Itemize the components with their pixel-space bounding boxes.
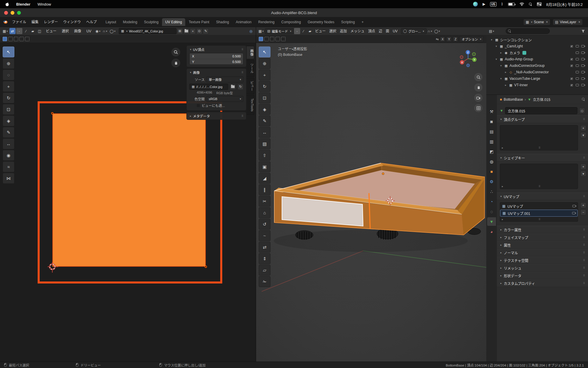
zoom-icon[interactable] xyxy=(474,73,482,81)
proportional-edit-dropdown[interactable]: ◯▾ xyxy=(109,28,116,34)
select-mode-extend-icon[interactable] xyxy=(8,37,13,41)
uv-canvas[interactable]: ↖ ⊕ ◌ + ↻ ⊡ ◈ ✎ ↔ ◉ xyxy=(0,43,256,362)
uv-select-edge-button[interactable]: ∕ xyxy=(23,28,29,34)
workspace-tab[interactable]: Shading xyxy=(213,18,232,26)
uv-tool-button[interactable]: ◈ xyxy=(3,115,14,126)
viewlayer-selector[interactable]: ▤ ViewLayer × xyxy=(553,19,583,25)
uv-vertex-dot[interactable] xyxy=(205,266,207,268)
drag-dots-icon[interactable]: ⠿ xyxy=(583,274,585,277)
remove-viewlayer-icon[interactable]: × xyxy=(578,20,580,24)
drag-dots-icon[interactable]: ⠿ xyxy=(583,236,585,239)
uv-vertex-dot[interactable] xyxy=(51,112,54,115)
gizmo-z-axis[interactable]: Z xyxy=(466,50,470,54)
shape-key-specials-button[interactable]: ▾ xyxy=(580,171,586,177)
resize-grip-icon[interactable]: ⠿ xyxy=(539,218,541,221)
viewport-tool-button[interactable]: ✎ xyxy=(259,115,270,126)
uv-y-field[interactable]: Y 0.500 xyxy=(190,59,243,64)
uv-map-row[interactable]: ▦ UVマップ xyxy=(500,203,578,210)
resize-grip-icon[interactable]: ⠿ xyxy=(539,146,541,149)
viewport-tool-button[interactable]: ▣ xyxy=(259,161,270,172)
editor-type-button[interactable]: ▤▾ xyxy=(488,28,495,34)
uv-menu-item[interactable]: 選択 xyxy=(59,27,71,36)
viewport-menu-item[interactable]: メッシュ xyxy=(349,27,366,36)
viewport-tool-button[interactable]: ↖ xyxy=(259,47,270,57)
drag-dots-icon[interactable]: ⠿ xyxy=(241,48,243,51)
topbar-menu-item[interactable]: ヘルプ xyxy=(83,18,99,26)
uv-menu-item[interactable]: 画像 xyxy=(71,27,84,36)
row-label[interactable]: AudioConnectorGroup xyxy=(510,64,544,68)
disclosure-arrow-icon[interactable]: ▾ xyxy=(499,77,503,80)
properties-tab[interactable]: ■ xyxy=(487,167,496,176)
select-mode-invert-icon[interactable] xyxy=(275,37,280,41)
pin-image-button[interactable]: ⊙ xyxy=(196,28,202,34)
outliner-row[interactable]: ▾ ▦ VaccumTube-Large ✓ xyxy=(488,75,587,82)
exclude-checkbox[interactable]: ✓ xyxy=(570,58,573,61)
collapsed-panel-header[interactable]: ▸ ノーマル ⠿ xyxy=(497,249,588,256)
unlink-scene-icon[interactable]: × xyxy=(546,20,548,24)
transform-orientation-dropdown[interactable]: ◯ グロー... ▾ xyxy=(401,28,427,34)
filter-toggle-icon[interactable]: ▸ xyxy=(502,185,503,188)
vertex-groups-panel-header[interactable]: ▾ 頂点グループ ⠿ xyxy=(497,115,588,123)
outliner-row[interactable]: ▾ ▦ _Cam/Light ✓ xyxy=(488,43,587,49)
properties-tab[interactable]: ∴ xyxy=(487,187,496,196)
select-mode-intersect-icon[interactable] xyxy=(25,37,29,41)
mirror-y-toggle[interactable]: Y xyxy=(446,37,452,42)
disable-viewport-icon[interactable] xyxy=(576,71,579,73)
panel-header[interactable]: ▾ UV頂点 ⠿ xyxy=(187,46,246,53)
disable-viewport-icon[interactable] xyxy=(576,64,579,67)
disable-render-icon[interactable] xyxy=(581,84,584,86)
disable-viewport-icon[interactable] xyxy=(576,52,579,54)
outliner-row[interactable]: ▾ ▦ AudioConnectorGroup ✓ xyxy=(488,62,587,69)
source-dropdown[interactable]: 単一画像 ▾ xyxy=(206,77,243,82)
battery-icon[interactable] xyxy=(508,3,515,6)
search-input[interactable] xyxy=(513,29,542,33)
render-active-camera-icon[interactable] xyxy=(572,212,575,214)
workspace-tab[interactable]: Rendering xyxy=(255,18,278,26)
viewport-tool-button[interactable]: ⊕ xyxy=(259,58,270,69)
disable-render-icon[interactable] xyxy=(581,45,584,47)
viewport-menu-item[interactable]: 面 xyxy=(384,27,391,36)
viewport-tool-button[interactable]: ✂ xyxy=(259,196,270,207)
status-icon[interactable] xyxy=(473,2,478,6)
edge-select-button[interactable]: ∕ xyxy=(300,28,307,34)
navigation-gizmo[interactable]: Z X Y xyxy=(458,49,478,68)
disable-render-icon[interactable] xyxy=(581,52,584,54)
collapsed-panel-header[interactable]: ▸ 属性 ⠿ xyxy=(497,241,588,249)
properties-tab[interactable]: ⚙ xyxy=(487,177,496,186)
drag-dots-icon[interactable]: ⠿ xyxy=(241,71,243,74)
uv-select-face-button[interactable]: ▰ xyxy=(30,28,36,34)
render-active-camera-icon[interactable] xyxy=(572,205,576,207)
select-mode-subtract-icon[interactable] xyxy=(270,37,274,41)
proportional-edit-dropdown[interactable]: ◯▾ xyxy=(433,28,441,34)
viewport-tool-button[interactable]: ↔ xyxy=(259,127,270,138)
drag-dots-icon[interactable]: ⠿ xyxy=(583,259,585,262)
uv-tool-button[interactable]: ✎ xyxy=(3,127,14,138)
workspace-tab[interactable]: Modeling xyxy=(120,18,141,26)
disclosure-arrow-icon[interactable]: ▸ xyxy=(504,84,507,87)
breadcrumb-object[interactable]: BottomBase xyxy=(504,97,523,102)
control-center-icon[interactable] xyxy=(537,2,542,6)
drag-dots-icon[interactable]: ⠿ xyxy=(583,266,585,269)
viewport-tool-button[interactable]: ✁ xyxy=(259,276,270,287)
properties-tab[interactable]: ◕ xyxy=(487,227,496,236)
properties-tab[interactable]: ▥ xyxy=(487,137,496,146)
viewport-tool-button[interactable]: ~ xyxy=(259,230,270,241)
panel-header[interactable]: ▾ 画像 ⠿ xyxy=(187,69,246,76)
uv-map-name[interactable]: UVマップ xyxy=(507,204,523,209)
workspace-tab[interactable]: Animation xyxy=(233,18,255,26)
workspace-tab[interactable]: Layout xyxy=(102,18,119,26)
filter-icon[interactable] xyxy=(580,28,586,34)
open-file-button[interactable] xyxy=(230,84,236,90)
pan-hand-icon[interactable] xyxy=(474,83,482,92)
collapsed-panel-header[interactable]: ▸ カスタムプロパティ ⠿ xyxy=(497,279,588,287)
viewport-tool-button[interactable]: ⊡ xyxy=(259,92,270,103)
viewport-tool-button[interactable]: + xyxy=(259,69,270,80)
outliner-row[interactable]: ▾ ▦ シーンコレクション ✓ xyxy=(488,37,587,43)
2d-cursor[interactable] xyxy=(49,264,55,270)
uv-tool-button[interactable]: ↔ xyxy=(3,138,14,149)
uv-select-vertex-button[interactable]: ∙ xyxy=(16,28,22,34)
name-input[interactable] xyxy=(508,109,575,113)
viewport-tool-button[interactable]: ∥ xyxy=(259,184,270,195)
workspace-tab[interactable]: Compositing xyxy=(278,18,304,26)
uv-sync-selection-toggle[interactable]: ⇄ xyxy=(9,28,16,34)
